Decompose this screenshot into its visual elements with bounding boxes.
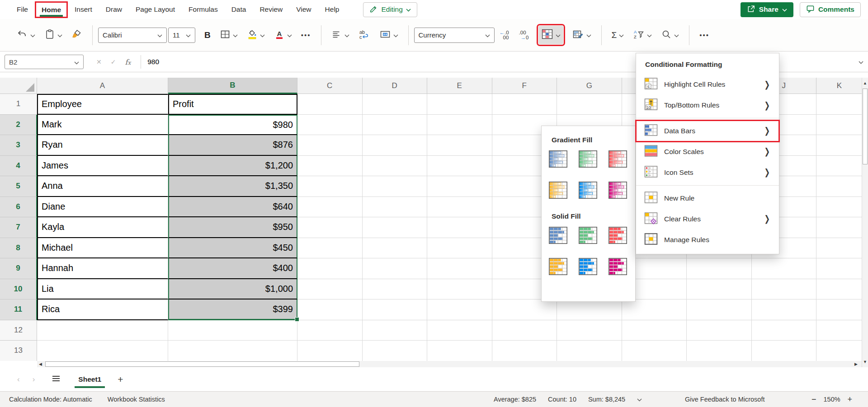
vertical-scrollbar-thumb[interactable] bbox=[863, 89, 868, 164]
select-all-corner[interactable] bbox=[0, 78, 37, 94]
menu-tab-insert[interactable]: Insert bbox=[68, 0, 99, 19]
conditional-formatting-button[interactable] bbox=[538, 26, 563, 44]
zoom-out-button[interactable]: − bbox=[811, 395, 816, 404]
cell-F1[interactable] bbox=[492, 94, 557, 115]
cell-J13[interactable] bbox=[752, 341, 817, 361]
cell-J11[interactable] bbox=[752, 299, 817, 320]
cell-B5[interactable]: $1,350 bbox=[168, 176, 297, 197]
cell-G12[interactable] bbox=[557, 320, 622, 341]
feedback-link[interactable]: Give Feedback to Microsoft bbox=[685, 396, 765, 403]
cell-D2[interactable] bbox=[363, 115, 428, 136]
cell-E4[interactable] bbox=[427, 156, 492, 177]
calculation-mode[interactable]: Calculation Mode: Automatic bbox=[9, 396, 92, 403]
cell-D12[interactable] bbox=[363, 320, 428, 341]
cell-E12[interactable] bbox=[427, 320, 492, 341]
cell-B4[interactable]: $1,200 bbox=[168, 156, 297, 177]
cell-A12[interactable] bbox=[37, 320, 168, 341]
menu-tab-page-layout[interactable]: Page Layout bbox=[129, 0, 182, 19]
horizontal-scrollbar[interactable]: ◀ ▶ bbox=[0, 361, 862, 367]
databar-swatch-gradient-5[interactable] bbox=[579, 182, 597, 201]
cell-C11[interactable] bbox=[297, 299, 363, 320]
wrap-text-button[interactable]: abc bbox=[356, 27, 373, 44]
cell-C10[interactable] bbox=[297, 279, 363, 300]
column-header-A[interactable]: A bbox=[37, 78, 168, 94]
formula-bar-expand-chevron[interactable] bbox=[859, 58, 863, 66]
cell-C9[interactable] bbox=[297, 258, 363, 279]
cell-C8[interactable] bbox=[297, 238, 363, 259]
increase-decimal-button[interactable]: .00→0 bbox=[517, 28, 531, 42]
databar-swatch-gradient-3[interactable] bbox=[609, 150, 627, 169]
cell-F13[interactable] bbox=[492, 341, 557, 361]
font-size-select[interactable]: 11 bbox=[168, 28, 195, 43]
borders-button[interactable] bbox=[217, 27, 241, 44]
cell-A1[interactable]: Employee bbox=[37, 94, 168, 115]
fill-color-button[interactable] bbox=[244, 27, 268, 44]
cf-menu-item-top-bottom-rules[interactable]: 10Top/Bottom Rules❯ bbox=[636, 95, 779, 116]
cell-D7[interactable] bbox=[363, 217, 428, 238]
merge-cells-button[interactable] bbox=[377, 27, 401, 44]
horizontal-scrollbar-thumb[interactable] bbox=[45, 361, 359, 367]
cell-A3[interactable]: Ryan bbox=[37, 135, 168, 156]
find-button[interactable] bbox=[658, 27, 682, 44]
sheet-tab-sheet1[interactable]: Sheet1 bbox=[74, 367, 106, 391]
cell-D1[interactable] bbox=[363, 94, 428, 115]
row-header-13[interactable]: 13 bbox=[0, 341, 37, 361]
cell-G1[interactable] bbox=[557, 94, 622, 115]
cell-I11[interactable] bbox=[687, 299, 752, 320]
cell-H12[interactable] bbox=[622, 320, 687, 341]
databar-swatch-solid-5[interactable] bbox=[579, 258, 597, 277]
cell-K3[interactable] bbox=[816, 135, 862, 156]
cell-K4[interactable] bbox=[816, 156, 862, 177]
cell-K6[interactable] bbox=[816, 197, 862, 218]
cell-B9[interactable]: $400 bbox=[168, 258, 297, 279]
menu-tab-help[interactable]: Help bbox=[318, 0, 346, 19]
cell-C7[interactable] bbox=[297, 217, 363, 238]
cell-H11[interactable] bbox=[622, 299, 687, 320]
menu-tab-file[interactable]: File bbox=[10, 0, 35, 19]
cell-K13[interactable] bbox=[816, 341, 862, 361]
scroll-left-arrow[interactable]: ◀ bbox=[39, 361, 42, 367]
cell-F11[interactable] bbox=[492, 299, 557, 320]
cell-K11[interactable] bbox=[816, 299, 862, 320]
font-name-select[interactable]: Calibri bbox=[98, 28, 167, 43]
cell-I10[interactable] bbox=[687, 279, 752, 300]
autosum-button[interactable]: Σ bbox=[609, 28, 627, 42]
cancel-icon[interactable]: ✕ bbox=[96, 58, 102, 66]
cell-D3[interactable] bbox=[363, 135, 428, 156]
cf-menu-item-clear-rules[interactable]: Clear Rules❯ bbox=[636, 209, 779, 229]
row-header-7[interactable]: 7 bbox=[0, 217, 37, 238]
add-sheet-button[interactable]: + bbox=[109, 374, 131, 385]
row-header-9[interactable]: 9 bbox=[0, 258, 37, 279]
cell-C12[interactable] bbox=[297, 320, 363, 341]
databar-swatch-gradient-2[interactable] bbox=[579, 150, 597, 169]
align-button[interactable] bbox=[329, 27, 352, 44]
cell-B1[interactable]: Profit bbox=[168, 94, 297, 115]
menu-tab-data[interactable]: Data bbox=[225, 0, 253, 19]
bold-button[interactable]: B bbox=[202, 28, 213, 42]
cell-D13[interactable] bbox=[363, 341, 428, 361]
cell-C3[interactable] bbox=[297, 135, 363, 156]
cell-E10[interactable] bbox=[427, 279, 492, 300]
aggregates[interactable]: Average: $825 Count: 10 Sum: $8,245 bbox=[494, 396, 642, 403]
databar-swatch-solid-4[interactable] bbox=[549, 258, 567, 277]
cell-C4[interactable] bbox=[297, 156, 363, 177]
cell-K5[interactable] bbox=[816, 176, 862, 197]
decrease-decimal-button[interactable]: ←.000 bbox=[497, 28, 511, 42]
cell-E1[interactable] bbox=[427, 94, 492, 115]
cell-B11[interactable]: $399 bbox=[168, 299, 297, 320]
cell-J10[interactable] bbox=[752, 279, 817, 300]
databar-swatch-gradient-4[interactable] bbox=[549, 182, 567, 201]
databar-swatch-gradient-1[interactable] bbox=[549, 150, 567, 169]
cell-K9[interactable] bbox=[816, 258, 862, 279]
menu-tab-home[interactable]: Home bbox=[35, 1, 68, 18]
cf-menu-item-data-bars[interactable]: Data Bars❯ bbox=[636, 121, 779, 141]
cell-E7[interactable] bbox=[427, 217, 492, 238]
cell-B2[interactable]: $980 bbox=[168, 115, 297, 136]
column-header-B[interactable]: B bbox=[168, 78, 297, 94]
column-header-C[interactable]: C bbox=[297, 78, 363, 94]
font-color-button[interactable]: A bbox=[271, 27, 295, 44]
previous-sheet-arrow[interactable]: ‹ bbox=[11, 375, 26, 384]
cell-E5[interactable] bbox=[427, 176, 492, 197]
cell-K7[interactable] bbox=[816, 217, 862, 238]
format-painter-button[interactable] bbox=[69, 27, 85, 44]
